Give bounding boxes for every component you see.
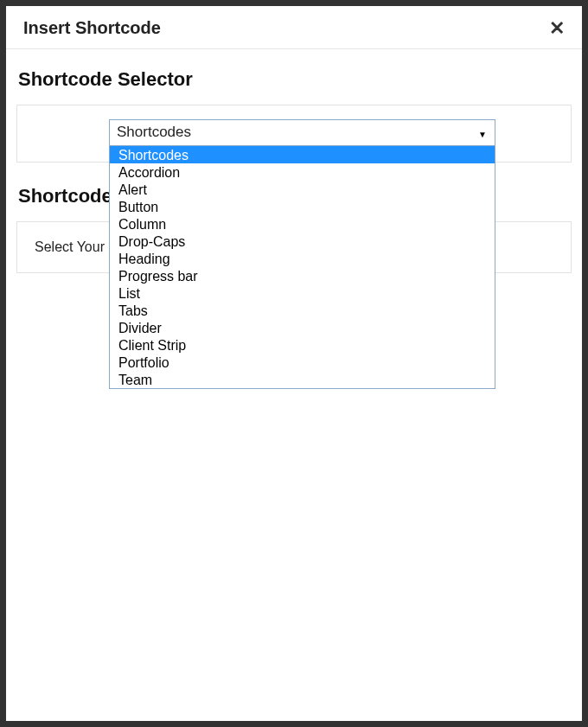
dropdown-option-alert[interactable]: Alert	[110, 181, 495, 198]
modal-header: Insert Shortcode ✕	[6, 6, 582, 49]
dropdown-option-accordion[interactable]: Accordion	[110, 163, 495, 181]
dropdown-option-button[interactable]: Button	[110, 198, 495, 215]
shortcode-dropdown-list: Shortcodes Accordion Alert Button Column…	[109, 145, 495, 389]
dropdown-option-portfolio[interactable]: Portfolio	[110, 354, 495, 371]
dropdown-option-tabs[interactable]: Tabs	[110, 302, 495, 319]
insert-shortcode-modal: Insert Shortcode ✕ Shortcode Selector Sh…	[6, 6, 582, 721]
window-frame: Insert Shortcode ✕ Shortcode Selector Sh…	[0, 0, 588, 727]
dropdown-option-shortcodes[interactable]: Shortcodes	[110, 146, 495, 163]
dropdown-option-divider[interactable]: Divider	[110, 319, 495, 336]
dropdown-option-list[interactable]: List	[110, 284, 495, 302]
dropdown-option-client-strip[interactable]: Client Strip	[110, 336, 495, 354]
shortcode-selector-heading: Shortcode Selector	[18, 68, 570, 91]
selector-panel: Shortcodes ▼ Shortcodes Accordion Alert …	[16, 105, 572, 163]
dropdown-option-column[interactable]: Column	[110, 215, 495, 233]
dropdown-option-team[interactable]: Team	[110, 371, 495, 388]
dropdown-option-drop-caps[interactable]: Drop-Caps	[110, 233, 495, 250]
close-icon[interactable]: ✕	[549, 19, 565, 38]
modal-title: Insert Shortcode	[23, 18, 161, 38]
shortcode-select[interactable]: Shortcodes	[109, 119, 495, 148]
dropdown-option-heading[interactable]: Heading	[110, 250, 495, 267]
dropdown-option-progress-bar[interactable]: Progress bar	[110, 267, 495, 284]
modal-body: Shortcode Selector Shortcodes ▼ Shortcod…	[6, 49, 582, 306]
shortcode-select-wrap: Shortcodes ▼ Shortcodes Accordion Alert …	[109, 119, 495, 148]
